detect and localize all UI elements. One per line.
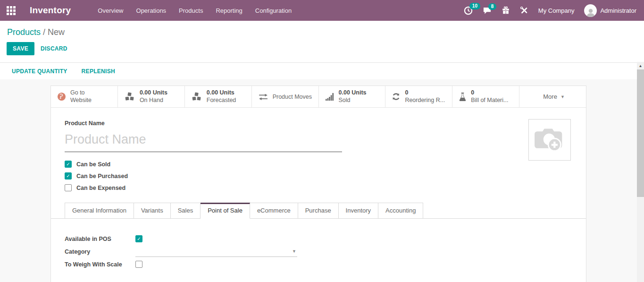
bill-of-materials-button[interactable]: 0Bill of Materi... [452,86,519,107]
gift-button[interactable] [502,6,510,15]
to-weigh-with-scale-row: To Weigh With Scale [65,258,586,271]
point-of-sale-tab-pane: Available in POS ✓ Category ▼ To Weigh W… [51,219,586,282]
cubes-icon [124,92,135,102]
tab-accounting[interactable]: Accounting [378,203,423,219]
product-name-label: Product Name [65,120,586,127]
form-statusbar: UPDATE QUANTITY REPLENISH [0,63,637,79]
chevron-down-icon: ▼ [560,94,565,99]
update-quantity-button[interactable]: UPDATE QUANTITY [12,68,67,75]
breadcrumb-products-link[interactable]: Products [7,27,41,37]
breadcrumb: Products / New [0,21,644,37]
gift-icon [502,6,510,15]
notebook-tabs: General Information Variants Sales Point… [51,202,586,219]
units-sold-button[interactable]: 0.00 UnitsSold [319,86,386,107]
refresh-icon [392,92,401,101]
tab-sales[interactable]: Sales [171,203,201,219]
app-name[interactable]: Inventory [30,5,71,16]
vertical-scrollbar[interactable]: ▲ [637,62,644,282]
bar-chart-icon [325,93,335,101]
globe-icon [57,92,66,101]
can-be-expensed-label: Can be Expensed [76,185,125,191]
company-switcher[interactable]: My Company [538,7,575,14]
on-hand-button[interactable]: 0.00 UnitsOn Hand [118,86,185,107]
activities-button[interactable]: 10 [464,6,473,15]
scrollbar-thumb[interactable] [637,69,644,197]
transfer-arrows-icon [258,93,268,101]
can-be-sold-checkbox[interactable]: ✓ [65,161,72,168]
user-name: Administrator [600,7,636,14]
tab-point-of-sale[interactable]: Point of Sale [201,203,250,219]
discard-button[interactable]: DISCARD [41,45,67,52]
scrollbar-up-arrow[interactable]: ▲ [637,62,644,69]
tab-general-information[interactable]: General Information [65,203,134,219]
user-avatar [584,4,597,17]
menu-operations[interactable]: Operations [136,7,167,14]
menu-overview[interactable]: Overview [98,7,123,14]
go-to-website-button[interactable]: Go toWebsite [51,86,118,107]
form-view: Go toWebsite 0.00 UnitsOn Hand [0,79,644,282]
can-be-sold-label: Can be Sold [76,161,110,168]
category-select[interactable]: ▼ [135,247,297,257]
chevron-down-icon: ▼ [292,249,296,254]
replenish-button[interactable]: REPLENISH [82,68,115,75]
product-name-input[interactable] [65,129,342,152]
can-be-expensed-checkbox[interactable] [65,184,72,191]
main-menu: Overview Operations Products Reporting C… [98,7,292,14]
top-navbar: Inventory Overview Operations Products R… [0,0,644,21]
developer-tools-button[interactable] [520,6,528,15]
tab-ecommerce[interactable]: eCommerce [250,203,298,219]
category-row: Category ▼ [65,245,586,258]
available-in-pos-checkbox[interactable]: ✓ [135,235,142,242]
tab-variants[interactable]: Variants [134,203,171,219]
apps-grid-icon [7,6,16,15]
category-label: Category [65,248,135,255]
can-be-expensed-row: Can be Expensed [65,182,586,194]
menu-products[interactable]: Products [179,7,203,14]
product-moves-button[interactable]: Product Moves [252,86,319,107]
flask-icon [459,92,467,101]
available-in-pos-row: Available in POS ✓ [65,232,586,245]
can-be-sold-row: ✓ Can be Sold [65,158,586,170]
menu-reporting[interactable]: Reporting [216,7,242,14]
forecasted-button[interactable]: 0.00 UnitsForecasted [185,86,252,107]
control-panel: Products / New SAVE DISCARD [0,21,644,63]
available-in-pos-label: Available in POS [65,236,135,242]
more-button[interactable]: More▼ [519,86,586,107]
messages-badge: 8 [488,3,497,10]
apps-menu-button[interactable] [0,0,22,21]
can-be-purchased-row: ✓ Can be Purchased [65,170,586,182]
messages-button[interactable]: 8 [483,7,492,15]
can-be-purchased-checkbox[interactable]: ✓ [65,172,72,179]
reordering-rules-button[interactable]: 0Reordering R... [385,86,452,107]
tools-icon [520,6,528,15]
activities-badge: 10 [469,3,480,9]
save-button[interactable]: SAVE [7,42,34,55]
button-box: Go toWebsite 0.00 UnitsOn Hand [51,86,586,108]
to-weigh-with-scale-checkbox[interactable] [135,261,142,268]
can-be-purchased-label: Can be Purchased [76,173,128,179]
tab-inventory[interactable]: Inventory [339,203,378,219]
tab-purchase[interactable]: Purchase [298,203,339,219]
form-sheet: Go toWebsite 0.00 UnitsOn Hand [50,85,586,282]
cubes-icon [191,92,202,102]
to-weigh-with-scale-label: To Weigh With Scale [65,261,135,268]
menu-configuration[interactable]: Configuration [255,7,292,14]
user-menu[interactable]: Administrator [584,4,636,17]
breadcrumb-current: New [48,27,65,37]
